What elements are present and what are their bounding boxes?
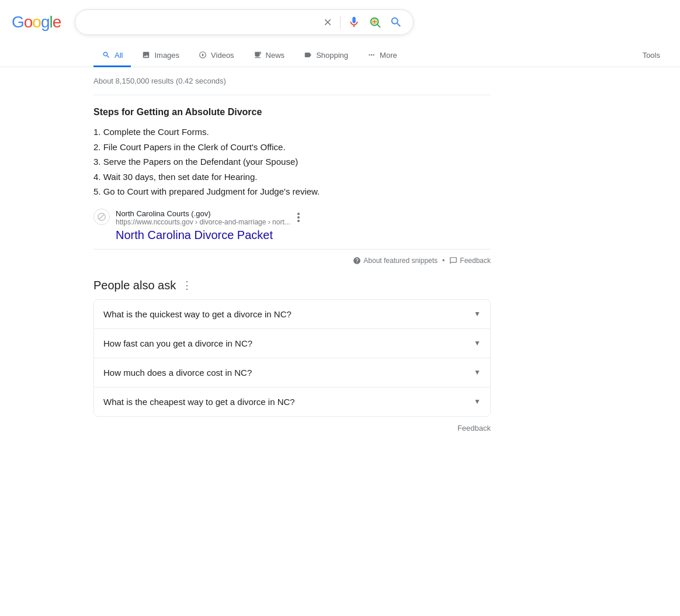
lens-icon [369,16,381,29]
search-icons [321,15,404,30]
paa-item-3[interactable]: What is the cheapest way to get a divorc… [94,387,490,416]
tab-news[interactable]: News [245,44,293,67]
search-input[interactable]: how to get a divorce raleigh [85,17,315,27]
tab-videos[interactable]: Videos [190,44,242,67]
logo-letter-e: e [53,13,61,32]
favicon-icon [97,212,106,222]
tab-news-label: News [266,51,285,60]
logo-letter-g2: g [41,13,50,32]
tab-more[interactable]: More [359,44,405,67]
tab-shopping-label: Shopping [316,51,348,60]
bottom-feedback-button[interactable]: Feedback [93,417,491,432]
source-favicon [93,209,110,225]
logo-letter-g: G [12,13,24,32]
snippet-title: Steps for Getting an Absolute Divorce [93,107,491,117]
tab-videos-label: Videos [211,51,234,60]
snippet-feedback-button[interactable]: Feedback [449,257,491,265]
featured-snippet: Steps for Getting an Absolute Divorce Co… [93,107,491,265]
logo-letter-o1: o [24,13,33,32]
feedback-icon [449,257,457,265]
step-3: Serve the Papers on the Defendant (your … [93,154,491,169]
source-menu-button[interactable] [297,213,300,222]
tab-images-label: Images [154,51,179,60]
step-2: File Court Papers in the Clerk of Court'… [93,140,491,155]
about-snippets[interactable]: About featured snippets [353,257,438,265]
snippet-footer: About featured snippets • Feedback [93,249,491,265]
paa-question-1: How fast can you get a divorce in NC? [103,338,252,348]
step-1: Complete the Court Forms. [93,124,491,140]
source-info: North Carolina Courts (.gov) https://www… [93,209,491,242]
paa-list: What is the quickest way to get a divorc… [93,299,491,417]
newspaper-icon [253,50,262,60]
chevron-down-icon-0: ▼ [474,310,481,318]
svg-line-4 [377,25,380,27]
tab-images[interactable]: Images [133,44,188,67]
clear-icon [322,17,333,27]
results-divider [93,95,491,95]
google-logo[interactable]: Google [12,13,61,32]
paa-question-2: How much does a divorce cost in NC? [103,368,252,378]
search-bar: how to get a divorce raleigh [75,9,414,35]
step-4: Wait 30 days, then set date for Hearing. [93,169,491,185]
search-submit-button[interactable] [388,15,404,30]
footer-separator: • [442,257,445,265]
paa-question-3: What is the cheapest way to get a divorc… [103,397,295,407]
search-submit-icon [390,16,403,29]
results-count: About 8,150,000 results (0.42 seconds) [93,77,491,85]
source-url: https://www.nccourts.gov › divorce-and-m… [116,218,290,226]
play-icon [198,50,207,60]
paa-item-0[interactable]: What is the quickest way to get a divorc… [94,300,490,329]
paa-item-2[interactable]: How much does a divorce cost in NC? ▼ [94,358,490,387]
source-name: North Carolina Courts (.gov) [116,209,211,218]
search-icon [102,50,111,60]
image-icon [141,50,151,60]
nav-tabs: All Images Videos News Shopping More Too… [0,40,680,67]
question-circle-icon [353,257,361,265]
source-link[interactable]: North Carolina Divorce Packet [116,229,300,242]
paa-question-0: What is the quickest way to get a divorc… [103,309,292,319]
chevron-down-icon-3: ▼ [474,397,481,406]
tab-all[interactable]: All [93,44,131,67]
header: Google how to get a divorce raleigh [0,0,680,35]
logo-letter-o2: o [32,13,41,32]
clear-button[interactable] [321,16,334,29]
lens-button[interactable] [367,15,383,30]
tab-shopping[interactable]: Shopping [295,44,356,67]
dots-vertical-icon [367,50,376,60]
mic-button[interactable] [346,15,362,30]
paa-item-1[interactable]: How fast can you get a divorce in NC? ▼ [94,329,490,358]
tab-more-label: More [380,51,397,60]
tag-icon [303,50,313,60]
search-divider [340,16,341,29]
tab-all-label: All [115,51,123,60]
snippet-steps: Complete the Court Forms. File Court Pap… [93,124,491,199]
tools-label: Tools [643,51,660,60]
chevron-down-icon-2: ▼ [474,368,481,376]
paa-more-icon[interactable]: ⋮ [182,279,192,292]
chevron-down-icon-1: ▼ [474,339,481,347]
paa-title: People also ask [93,279,176,292]
mic-icon [348,16,360,29]
tools-button[interactable]: Tools [634,45,668,67]
paa-header: People also ask ⋮ [93,279,491,292]
people-also-ask-section: People also ask ⋮ What is the quickest w… [93,279,491,432]
main-content: About 8,150,000 results (0.42 seconds) S… [0,67,502,444]
source-details: North Carolina Courts (.gov) https://www… [116,209,300,242]
step-5: Go to Court with prepared Judgment for J… [93,184,491,199]
